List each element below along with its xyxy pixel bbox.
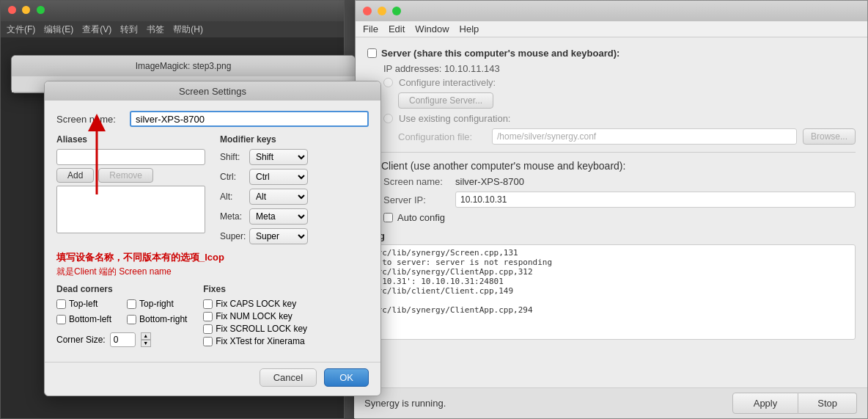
top-right-checkbox[interactable] [127,299,136,309]
dead-corners-section: Dead corners Top-left Top-right Bottom-l… [56,284,194,349]
screen-name-input[interactable] [130,111,369,127]
shift-label: Shift: [220,152,249,162]
config-file-label: Configuration file: [398,131,486,142]
synergy-bottom-buttons: Apply Stop [732,393,857,414]
log-section: Log src/lib/synergy/Screen.cpp,131 t to … [367,230,856,340]
auto-config-row: Auto config [383,212,856,223]
log-box[interactable]: src/lib/synergy/Screen.cpp,131 t to serv… [367,244,856,340]
bg-menu-view[interactable]: 查看(V) [82,23,111,36]
fix-scroll-row: Fix SCROLL LOCK key [203,324,369,334]
red-arrow-annotation [86,114,108,204]
config-file-input[interactable] [492,128,797,145]
bg-minimize-btn[interactable] [22,6,30,14]
fix-caps-checkbox[interactable] [203,299,213,309]
screen-settings-title: Screen Settings [179,86,246,97]
corner-size-down[interactable]: ▼ [141,340,151,347]
server-ip-input[interactable] [455,192,856,208]
top-right-checkbox-row: Top-right [127,299,194,309]
alt-select[interactable]: Alt [249,189,308,205]
server-label: Server (share this computer's mouse and … [381,48,619,59]
super-select[interactable]: Super [249,228,308,244]
fix-xtest-checkbox[interactable] [203,337,213,346]
aliases-list [56,186,205,233]
aliases-input[interactable] [56,149,205,165]
log-line-3: src/lib/synergy/ClientApp.cpp,312 [372,267,850,277]
server-ip-label-key: Server IP: [383,194,449,205]
config-file-row: Configuration file: Browse... [398,128,856,145]
log-title: Log [367,230,856,241]
dead-corners-title: Dead corners [56,284,194,294]
fixes-title: Fixes [203,284,369,294]
bottom-left-checkbox-row: Bottom-left [56,314,124,324]
menu-help[interactable]: Help [460,23,479,34]
top-right-label: Top-right [139,299,174,309]
bottom-right-checkbox[interactable] [127,315,136,324]
synergy-close-btn[interactable] [363,7,372,15]
ip-addresses-row: IP addresses: 10.10.11.143 [383,63,856,74]
top-left-checkbox[interactable] [56,299,66,309]
cancel-button[interactable]: Cancel [260,368,317,387]
configure-interactively-radio[interactable] [383,78,393,87]
bg-menu-file[interactable]: 文件(F) [7,23,35,36]
bg-menu-help[interactable]: 帮助(H) [173,23,203,36]
bg-menu-bookmarks[interactable]: 书签 [147,23,164,36]
bg-titlebar [1,1,344,21]
synergy-titlebar [356,1,867,21]
fix-num-checkbox[interactable] [203,312,213,321]
server-checkbox[interactable] [367,48,377,58]
apply-button[interactable]: Apply [732,393,799,414]
meta-select[interactable]: Meta [249,208,308,225]
log-line-5: src/lib/client/Client.cpp,149 [372,286,850,296]
bg-traffic-lights [8,6,48,16]
fix-num-label: Fix NUM LOCK key [216,311,293,321]
auto-config-checkbox[interactable] [383,213,393,222]
client-screen-name-value: silver-XPS-8700 [455,176,524,187]
stop-button[interactable]: Stop [798,393,857,414]
menu-edit[interactable]: Edit [389,23,405,34]
corner-size-up[interactable]: ▲ [141,332,151,340]
modifier-keys-col: Modifier keys Shift: Shift Ctrl: Ctrl Al… [220,134,369,248]
screen-settings-titlebar: Screen Settings [45,81,380,101]
bg-menu-goto[interactable]: 转到 [120,23,138,36]
use-existing-radio[interactable] [383,114,393,123]
log-line-7: src/lib/synergy/ClientApp.cpp,294 [372,305,850,315]
synergy-main-content: Server (share this computer's mouse and … [356,37,867,350]
client-label: Client (use another computer's mouse and… [381,160,625,172]
meta-label: Meta: [220,211,249,222]
client-screen-name-row: Screen name: silver-XPS-8700 [383,176,856,187]
fix-caps-row: Fix CAPS LOCK key [203,299,369,309]
server-ip-row: Server IP: [383,192,856,208]
alt-label: Alt: [220,192,249,202]
synergy-minimize-btn[interactable] [378,7,386,15]
configure-interactively-label: Configure interactively: [399,77,496,88]
use-existing-row: Use existing configuration: [383,113,856,124]
super-label: Super: [220,231,249,241]
browse-button[interactable]: Browse... [803,128,856,145]
fix-xtest-label: Fix XTest for Xinerama [216,336,304,346]
corner-size-row: Corner Size: ▲ ▼ [56,332,194,347]
client-checkbox-row: Client (use another computer's mouse and… [367,160,856,172]
fix-scroll-checkbox[interactable] [203,324,213,334]
bg-close-btn[interactable] [8,6,16,14]
bg-menu-edit[interactable]: 编辑(E) [44,23,73,36]
client-screen-name-key: Screen name: [383,176,449,187]
synergy-bottom-bar: Synergy is running. Apply Stop [354,387,867,418]
synergy-maximize-btn[interactable] [392,7,401,15]
corner-size-input[interactable] [110,332,136,347]
imagick-titlebar: ImageMagick: step3.png [12,56,355,76]
ctrl-select[interactable]: Ctrl [249,169,308,185]
bottom-left-checkbox[interactable] [56,315,66,324]
menu-window[interactable]: Window [415,23,449,34]
ip-value: 10.10.11.143 [444,63,500,74]
bg-maximize-btn[interactable] [37,6,45,14]
shift-select[interactable]: Shift [249,149,308,165]
screen-settings-buttons: Cancel OK [45,362,380,396]
server-checkbox-row: Server (share this computer's mouse and … [367,48,856,59]
section-divider [367,152,856,153]
fix-xtest-row: Fix XTest for Xinerama [203,336,369,346]
ok-button[interactable]: OK [324,368,369,387]
configure-server-button[interactable]: Configure Server... [398,92,493,109]
top-left-checkbox-row: Top-left [56,299,124,309]
menu-file[interactable]: File [363,23,378,34]
annotation-text-1: 填写设备名称，不同版本有的选项_lcop [56,251,369,264]
